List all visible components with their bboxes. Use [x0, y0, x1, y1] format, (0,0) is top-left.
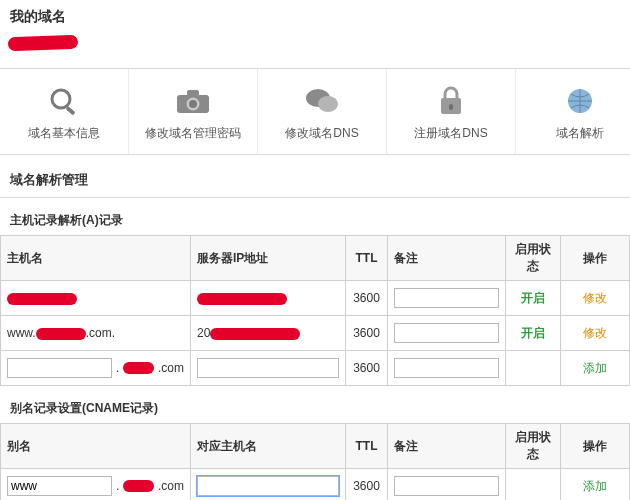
- th-ttl: TTL: [346, 236, 388, 281]
- th-target: 对应主机名: [191, 424, 346, 469]
- dns-management-title: 域名解析管理: [0, 155, 630, 197]
- th-alias: 别名: [1, 424, 191, 469]
- add-link[interactable]: 添加: [583, 479, 607, 493]
- note-input[interactable]: [394, 288, 499, 308]
- magnifier-icon: [0, 83, 128, 119]
- note-input[interactable]: [394, 323, 499, 343]
- cell-ttl: 3600: [346, 351, 388, 386]
- svg-point-5: [189, 100, 197, 108]
- table-row: ..com 3600 添加: [1, 469, 630, 501]
- page-title: 我的域名: [0, 0, 630, 32]
- camera-icon: [129, 83, 257, 119]
- note-input[interactable]: [394, 358, 499, 378]
- toolbar-register-dns[interactable]: 注册域名DNS: [387, 69, 516, 154]
- toolbar-label: 域名基本信息: [28, 126, 100, 140]
- a-records-title: 主机记录解析(A)记录: [0, 198, 630, 235]
- toolbar-change-dns[interactable]: 修改域名DNS: [258, 69, 387, 154]
- cell-state: [506, 351, 561, 386]
- toolbar-label: 修改域名管理密码: [145, 126, 241, 140]
- alias-input[interactable]: [7, 476, 112, 496]
- svg-point-0: [52, 90, 70, 108]
- redacted-domain: [8, 36, 630, 54]
- svg-point-7: [318, 96, 338, 112]
- th-op: 操作: [561, 424, 630, 469]
- th-host: 主机名: [1, 236, 191, 281]
- cell-ttl: 3600: [346, 281, 388, 316]
- toolbar-change-password[interactable]: 修改域名管理密码: [129, 69, 258, 154]
- cell-note: [388, 316, 506, 351]
- cell-op: 修改: [561, 316, 630, 351]
- cell-state: 开启: [506, 316, 561, 351]
- cell-op: 添加: [561, 469, 630, 501]
- lock-icon: [387, 83, 515, 119]
- add-link[interactable]: 添加: [583, 361, 607, 375]
- cell-note: [388, 351, 506, 386]
- th-op: 操作: [561, 236, 630, 281]
- cell-alias: ..com: [1, 469, 191, 501]
- ip-input[interactable]: [197, 358, 339, 378]
- table-row: www..com. 20 3600 开启 修改: [1, 316, 630, 351]
- cell-host: ..com: [1, 351, 191, 386]
- host-input[interactable]: [7, 358, 112, 378]
- edit-link[interactable]: 修改: [583, 291, 607, 305]
- table-header: 主机名 服务器IP地址 TTL 备注 启用状态 操作: [1, 236, 630, 281]
- cell-target: [191, 469, 346, 501]
- cell-ip: 20: [191, 316, 346, 351]
- svg-rect-9: [449, 104, 453, 110]
- bubble-icon: [258, 83, 386, 119]
- cell-ttl: 3600: [346, 469, 388, 501]
- cell-ttl: 3600: [346, 316, 388, 351]
- cell-state: 开启: [506, 281, 561, 316]
- cell-op: 添加: [561, 351, 630, 386]
- toolbar-label: 域名解析: [556, 126, 604, 140]
- toolbar-label: 注册域名DNS: [414, 126, 487, 140]
- table-row: ..com 3600 添加: [1, 351, 630, 386]
- toolbar-label: 修改域名DNS: [285, 126, 358, 140]
- th-note: 备注: [388, 236, 506, 281]
- cell-ip: [191, 281, 346, 316]
- globe-icon: [516, 83, 630, 119]
- cell-state: [506, 469, 561, 501]
- svg-rect-3: [187, 90, 199, 96]
- cell-ip: [191, 351, 346, 386]
- table-row: 3600 开启 修改: [1, 281, 630, 316]
- a-records-table: 主机名 服务器IP地址 TTL 备注 启用状态 操作 3600 开启 修改 ww…: [0, 235, 630, 386]
- table-header: 别名 对应主机名 TTL 备注 启用状态 操作: [1, 424, 630, 469]
- cell-op: 修改: [561, 281, 630, 316]
- edit-link[interactable]: 修改: [583, 326, 607, 340]
- cname-records-table: 别名 对应主机名 TTL 备注 启用状态 操作 ..com 3600 添加: [0, 423, 630, 500]
- target-input[interactable]: [197, 476, 339, 496]
- toolbar-dns-resolution[interactable]: 域名解析: [516, 69, 630, 154]
- th-state: 启用状态: [506, 424, 561, 469]
- cell-host: www..com.: [1, 316, 191, 351]
- th-ip: 服务器IP地址: [191, 236, 346, 281]
- th-ttl: TTL: [346, 424, 388, 469]
- th-note: 备注: [388, 424, 506, 469]
- domain-toolbar: 域名基本信息 修改域名管理密码 修改域名DNS: [0, 68, 630, 155]
- toolbar-basic-info[interactable]: 域名基本信息: [0, 69, 129, 154]
- th-state: 启用状态: [506, 236, 561, 281]
- note-input[interactable]: [394, 476, 499, 496]
- cell-note: [388, 469, 506, 501]
- cname-records-title: 别名记录设置(CNAME记录): [0, 386, 630, 423]
- svg-rect-1: [65, 106, 75, 115]
- cell-note: [388, 281, 506, 316]
- cell-host: [1, 281, 191, 316]
